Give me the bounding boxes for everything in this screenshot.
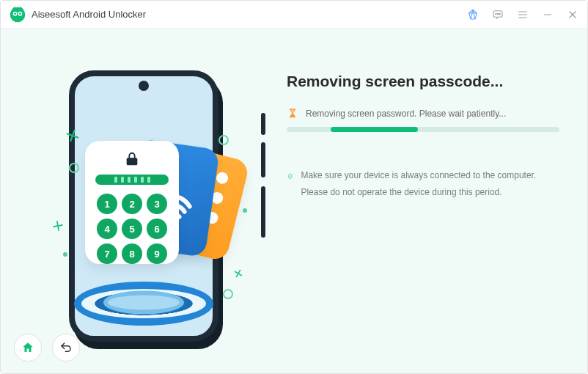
pedestal-graphic [74,282,213,326]
app-window: Aiseesoft Android Unlocker [0,0,588,374]
back-button[interactable] [52,334,80,362]
menu-icon[interactable] [517,9,529,21]
page-heading: Removing screen passcode... [287,73,559,90]
svg-point-6 [496,13,496,14]
minimize-icon[interactable] [542,9,554,21]
progress-pane: Removing screen passcode... Removing scr… [287,29,587,373]
feedback-icon[interactable] [492,9,504,21]
status-row: Removing screen password. Please wait pa… [287,108,559,120]
svg-point-8 [499,13,500,14]
status-text: Removing screen password. Please wait pa… [306,109,506,119]
hourglass-icon [287,108,298,120]
hint-text: Make sure your device is always connecte… [301,167,559,201]
phone-illustration: 123 456 789 [34,62,254,340]
home-button[interactable] [14,334,42,362]
titlebar-actions [467,9,578,21]
titlebar: Aiseesoft Android Unlocker [1,1,587,29]
bottom-nav [14,334,80,362]
content-area: 123 456 789 Removing screen passcode... … [1,29,587,373]
illustration-pane: 123 456 789 [1,29,287,373]
close-icon[interactable] [567,9,578,21]
progress-bar-fill [331,127,418,132]
svg-point-7 [497,13,498,14]
app-title: Aiseesoft Android Unlocker [32,9,467,20]
bell-icon [287,169,293,181]
lock-icon [124,151,140,167]
svg-point-4 [19,12,21,15]
pin-card-icon: 123 456 789 [85,141,179,264]
svg-point-3 [14,12,16,15]
app-logo-icon [10,7,26,23]
progress-bar [287,127,559,132]
hint-row: Make sure your device is always connecte… [287,167,559,201]
upgrade-icon[interactable] [467,9,479,21]
